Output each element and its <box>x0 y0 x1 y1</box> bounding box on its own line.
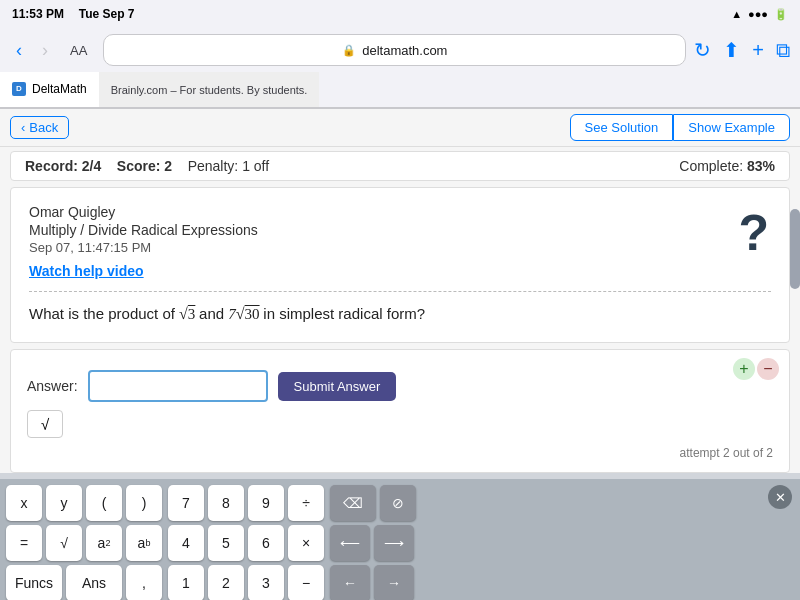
tabs-button[interactable]: ⧉ <box>776 39 790 62</box>
date-display: Tue Sep 7 <box>79 7 135 21</box>
zoom-controls: + − <box>733 358 779 380</box>
page-content: ‹ Back See Solution Show Example Record:… <box>0 109 800 473</box>
key-multiply[interactable]: × <box>288 525 324 561</box>
key-open-paren[interactable]: ( <box>86 485 122 521</box>
problem-card: ? Omar Quigley Multiply / Divide Radical… <box>10 187 790 343</box>
key-3[interactable]: 3 <box>248 565 284 600</box>
key-8[interactable]: 8 <box>208 485 244 521</box>
action-row-2: ⟵ ⟶ <box>330 525 416 561</box>
page-topbar: ‹ Back See Solution Show Example <box>0 109 800 147</box>
back-page-button[interactable]: ‹ Back <box>10 116 69 139</box>
key-6[interactable]: 6 <box>248 525 284 561</box>
toolbar-actions: ↻ ⬆ + ⧉ <box>694 38 790 62</box>
refresh-button[interactable]: ↻ <box>694 38 711 62</box>
right-arrow-button[interactable]: ⟶ <box>374 525 414 561</box>
action-row-1: ⌫ ⊘ <box>330 485 416 521</box>
url-text: deltamath.com <box>362 43 447 58</box>
key-ans[interactable]: Ans <box>66 565 122 600</box>
watch-help-video-link[interactable]: Watch help video <box>29 263 771 279</box>
tab-deltamath-label: DeltaMath <box>32 82 87 96</box>
key-7[interactable]: 7 <box>168 485 204 521</box>
share-button[interactable]: ⬆ <box>723 38 740 62</box>
show-example-button[interactable]: Show Example <box>673 114 790 141</box>
add-tab-button[interactable]: + <box>752 39 764 62</box>
key-squared[interactable]: a2 <box>86 525 122 561</box>
tab-brainly[interactable]: Brainly.com – For students. By students. <box>99 72 320 107</box>
status-right: ▲ ●●● 🔋 <box>731 8 788 21</box>
math-keyboard: x y ( ) = √ a2 ab Funcs Ans , SHIFT A B … <box>0 479 800 600</box>
see-solution-button[interactable]: See Solution <box>570 114 674 141</box>
keyboard-close-button[interactable]: ✕ <box>768 485 792 509</box>
circle-slash-button[interactable]: ⊘ <box>380 485 416 521</box>
key-4[interactable]: 4 <box>168 525 204 561</box>
key-y[interactable]: y <box>46 485 82 521</box>
attempt-text: attempt 2 out of 2 <box>27 446 773 460</box>
key-funcs[interactable]: Funcs <box>6 565 62 600</box>
answer-area: + − Answer: Submit Answer √ attempt 2 ou… <box>10 349 790 473</box>
sqrt-symbol-button[interactable]: √ <box>27 410 63 438</box>
divider <box>29 291 771 292</box>
math-expression-2: 7√30 <box>228 306 263 322</box>
signal-icon: ●●● <box>748 8 768 20</box>
answer-input[interactable] <box>88 370 268 402</box>
back-label: Back <box>29 120 58 135</box>
delete-button[interactable]: ⌫ <box>330 485 376 521</box>
key-divide[interactable]: ÷ <box>288 485 324 521</box>
zoom-in-button[interactable]: + <box>733 358 755 380</box>
key-x[interactable]: x <box>6 485 42 521</box>
back-button[interactable]: ‹ <box>10 38 28 63</box>
key-close-paren[interactable]: ) <box>126 485 162 521</box>
key-sqrt[interactable]: √ <box>46 525 82 561</box>
keyboard-action-section: ⌫ ⊘ ⟵ ⟶ ← → ENTER <box>330 485 416 600</box>
tab-brainly-label: Brainly.com – For students. By students. <box>111 84 308 96</box>
submit-answer-button[interactable]: Submit Answer <box>278 372 397 401</box>
penalty-label: Penalty: <box>188 158 239 174</box>
answer-label: Answer: <box>27 378 78 394</box>
action-row-3: ← → <box>330 565 416 600</box>
browser-chrome: ‹ › AA 🔒 deltamath.com ↻ ⬆ + ⧉ D DeltaMa… <box>0 28 800 109</box>
key-row-2: = √ a2 ab <box>6 525 162 561</box>
status-bar: 11:53 PM Tue Sep 7 ▲ ●●● 🔋 <box>0 0 800 28</box>
url-bar[interactable]: 🔒 deltamath.com <box>103 34 686 66</box>
key-comma[interactable]: , <box>126 565 162 600</box>
zoom-out-button[interactable]: − <box>757 358 779 380</box>
numpad-row-1: 7 8 9 ÷ <box>168 485 324 521</box>
numpad-row-2: 4 5 6 × <box>168 525 324 561</box>
key-2[interactable]: 2 <box>208 565 244 600</box>
key-row-3: Funcs Ans , <box>6 565 162 600</box>
left-arrow-button[interactable]: ⟵ <box>330 525 370 561</box>
left-move-button[interactable]: ← <box>330 565 370 600</box>
help-icon: ? <box>738 204 769 262</box>
record-bar: Record: 2/4 Score: 2 Penalty: 1 off Comp… <box>10 151 790 181</box>
math-expression-1: √3 <box>179 306 199 322</box>
complete-val: 83% <box>747 158 775 174</box>
key-9[interactable]: 9 <box>248 485 284 521</box>
keyboard-wrapper: x y ( ) = √ a2 ab Funcs Ans , SHIFT A B … <box>0 479 800 600</box>
keyboard-numpad-section: 7 8 9 ÷ 4 5 6 × 1 2 3 − 0 . π + <box>168 485 324 600</box>
tab-deltamath[interactable]: D DeltaMath <box>0 72 99 107</box>
forward-button[interactable]: › <box>36 38 54 63</box>
status-left: 11:53 PM Tue Sep 7 <box>12 7 135 21</box>
record-label: Record: <box>25 158 78 174</box>
question-text: What is the product of √3 and 7√30 in si… <box>29 302 771 326</box>
record-info: Record: 2/4 Score: 2 Penalty: 1 off <box>25 158 269 174</box>
keyboard-symbol-section: x y ( ) = √ a2 ab Funcs Ans , SHIFT A B … <box>6 485 162 600</box>
battery-icon: 🔋 <box>774 8 788 21</box>
score-label: Score: <box>117 158 161 174</box>
answer-row: Answer: Submit Answer <box>27 370 773 402</box>
key-row-1: x y ( ) <box>6 485 162 521</box>
key-minus[interactable]: − <box>288 565 324 600</box>
student-name: Omar Quigley <box>29 204 771 220</box>
numpad-row-3: 1 2 3 − <box>168 565 324 600</box>
key-equals[interactable]: = <box>6 525 42 561</box>
tabs-bar: D DeltaMath Brainly.com – For students. … <box>0 72 800 108</box>
scroll-handle[interactable] <box>790 209 800 289</box>
key-5[interactable]: 5 <box>208 525 244 561</box>
problem-date: Sep 07, 11:47:15 PM <box>29 240 771 255</box>
browser-toolbar: ‹ › AA 🔒 deltamath.com ↻ ⬆ + ⧉ <box>0 28 800 72</box>
score-val: 2 <box>164 158 172 174</box>
key-power[interactable]: ab <box>126 525 162 561</box>
key-1[interactable]: 1 <box>168 565 204 600</box>
reader-mode-button[interactable]: AA <box>62 41 95 60</box>
right-move-button[interactable]: → <box>374 565 414 600</box>
